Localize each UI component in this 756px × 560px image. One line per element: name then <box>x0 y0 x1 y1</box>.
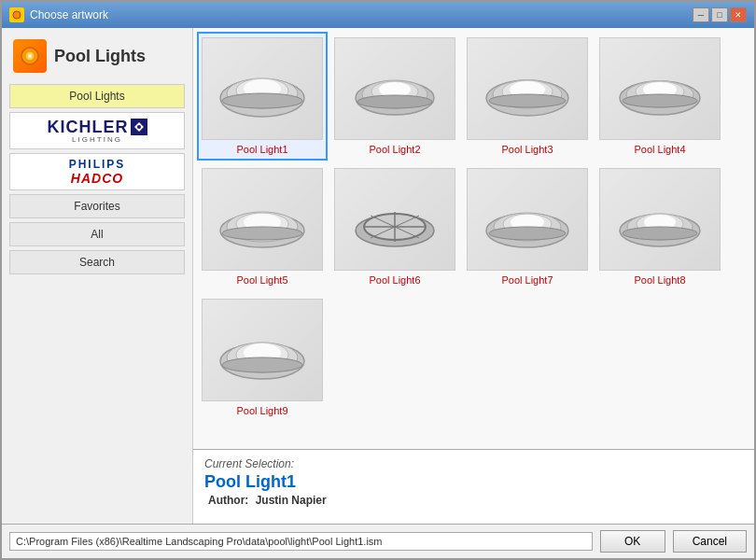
grid-item-label-5: Pool Light5 <box>236 274 287 289</box>
grid-item-1[interactable]: Pool Light1 <box>197 32 328 161</box>
grid-item-image-8 <box>599 168 721 271</box>
kichler-sub-text: LIGHTING <box>72 135 122 144</box>
hadco-text: HADCO <box>71 171 123 186</box>
kichler-text: KICHLER <box>48 119 129 135</box>
grid-item-image-7 <box>467 168 588 271</box>
svg-point-4 <box>28 54 32 58</box>
svg-point-5 <box>137 125 141 129</box>
close-button[interactable]: ✕ <box>730 7 747 22</box>
maximize-button[interactable]: □ <box>711 7 728 22</box>
grid-item-image-5 <box>202 168 323 271</box>
grid-item-8[interactable]: Pool Light8 <box>595 162 725 291</box>
grid-item-label-9: Pool Light9 <box>236 405 287 420</box>
filepath-display: C:\Program Files (x86)\Realtime Landscap… <box>9 532 593 551</box>
grid-item-2[interactable]: Pool Light2 <box>329 32 460 161</box>
window-icon <box>9 7 24 22</box>
grid-row-1: Pool Light1 Pool Light2 <box>197 32 750 161</box>
current-selection-label: Current Selection: <box>204 457 743 470</box>
svg-point-30 <box>222 227 302 240</box>
grid-item-label-3: Pool Light3 <box>501 144 553 159</box>
philips-text: PHILIPS <box>69 158 126 171</box>
grid-item-9[interactable]: Pool Light9 <box>197 293 328 422</box>
selected-item-name: Pool Light1 <box>204 472 743 492</box>
grid-item-image-4 <box>599 37 721 140</box>
kichler-emblem <box>131 119 147 135</box>
kichler-inner: KICHLER LIGHTING <box>48 119 147 144</box>
svg-point-47 <box>623 227 697 240</box>
bottom-bar: C:\Program Files (x86)\Realtime Landscap… <box>2 524 754 558</box>
kichler-logo-button[interactable]: KICHLER LIGHTING <box>9 112 185 149</box>
window-title: Choose artwork <box>30 8 108 21</box>
svg-point-42 <box>489 227 566 240</box>
minimize-button[interactable]: ─ <box>693 7 709 22</box>
pool-lights-icon <box>13 39 47 73</box>
sidebar-header: Pool Lights <box>9 35 185 77</box>
grid-item-image-9 <box>202 299 323 401</box>
search-button[interactable]: Search <box>9 250 185 274</box>
svg-point-52 <box>222 357 302 372</box>
grid-item-6[interactable]: Pool Light6 <box>329 162 460 291</box>
artwork-grid[interactable]: Pool Light1 Pool Light2 <box>193 28 754 449</box>
sidebar-header-text: Pool Lights <box>54 47 146 66</box>
grid-item-label-6: Pool Light6 <box>369 274 420 289</box>
grid-item-label-1: Pool Light1 <box>236 144 287 159</box>
philips-hadco-button[interactable]: PHILIPS HADCO <box>9 153 185 190</box>
grid-item-label-7: Pool Light7 <box>501 274 553 289</box>
title-buttons: ─ □ ✕ <box>693 7 747 22</box>
grid-item-image-2 <box>334 37 455 140</box>
author-name: Justin Napier <box>256 494 327 507</box>
svg-point-10 <box>222 93 302 108</box>
grid-item-label-8: Pool Light8 <box>634 274 685 289</box>
grid-item-4[interactable]: Pool Light4 <box>595 32 725 161</box>
svg-point-25 <box>623 94 697 107</box>
main-area: Pool Light1 Pool Light2 <box>193 28 754 524</box>
title-bar-left: Choose artwork <box>9 7 108 22</box>
grid-row-3: Pool Light9 <box>197 293 750 422</box>
svg-point-1 <box>13 11 21 19</box>
grid-row-2: Pool Light5 <box>197 162 750 291</box>
sidebar: Pool Lights Pool Lights KICHLER LIG <box>2 28 193 524</box>
grid-item-label-4: Pool Light4 <box>634 144 685 159</box>
action-buttons: OK Cancel <box>600 530 747 553</box>
cancel-button[interactable]: Cancel <box>673 530 747 553</box>
author-label: Author: <box>208 494 248 507</box>
main-window: Choose artwork ─ □ ✕ Pool Lights Pool L <box>0 0 756 560</box>
grid-item-3[interactable]: Pool Light3 <box>462 32 593 161</box>
content-area: Pool Lights Pool Lights KICHLER LIG <box>2 28 754 524</box>
svg-point-15 <box>357 95 432 108</box>
pool-lights-button[interactable]: Pool Lights <box>9 84 185 108</box>
grid-item-image-1 <box>202 37 323 140</box>
grid-item-label-2: Pool Light2 <box>369 144 420 159</box>
all-button[interactable]: All <box>9 222 185 246</box>
grid-item-7[interactable]: Pool Light7 <box>462 162 593 291</box>
title-bar: Choose artwork ─ □ ✕ <box>2 2 754 28</box>
grid-item-image-6 <box>334 168 455 271</box>
selection-info: Current Selection: Pool Light1 Author: J… <box>193 449 754 524</box>
ok-button[interactable]: OK <box>600 530 665 553</box>
grid-item-5[interactable]: Pool Light5 <box>197 162 328 291</box>
selection-author-row: Author: Justin Napier <box>204 494 743 507</box>
favorites-button[interactable]: Favorites <box>9 194 185 218</box>
svg-point-20 <box>489 94 566 107</box>
grid-item-image-3 <box>467 37 588 140</box>
